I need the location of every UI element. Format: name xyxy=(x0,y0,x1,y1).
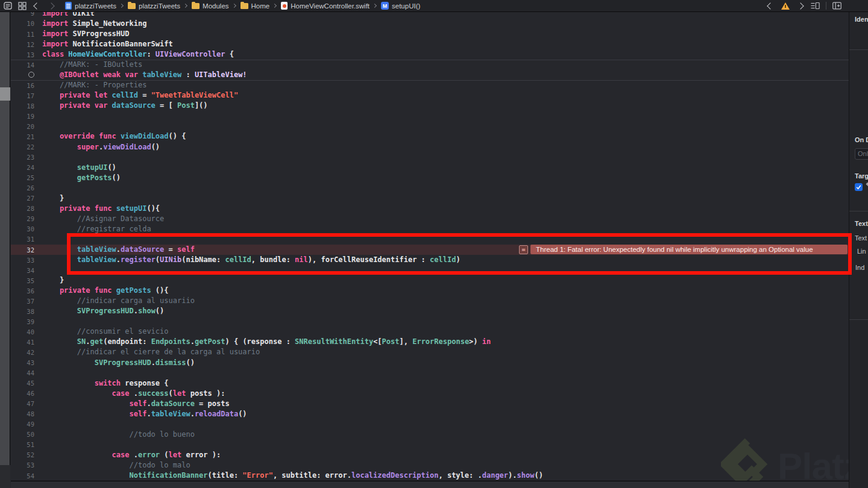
line-number[interactable]: 20 xyxy=(11,123,34,130)
code-line-44[interactable]: 44 xyxy=(11,368,849,378)
line-number[interactable]: 41 xyxy=(11,339,34,346)
line-number[interactable]: 27 xyxy=(11,195,34,202)
line-number[interactable]: 29 xyxy=(11,215,34,222)
code-line-40[interactable]: 40 //consumir el sevicio xyxy=(11,327,849,337)
breadcrumb-item-home[interactable]: Home xyxy=(241,2,270,10)
line-number[interactable]: 23 xyxy=(11,154,34,161)
line-number[interactable]: 13 xyxy=(11,51,34,58)
code-line-12[interactable]: 12import NotificationBannerSwift xyxy=(11,39,849,49)
breadcrumb-item-homeviewcontroller-swift[interactable]: HomeViewController.swift xyxy=(281,2,370,10)
line-number[interactable]: 14 xyxy=(11,61,34,69)
line-number[interactable]: 52 xyxy=(11,451,34,458)
line-number[interactable]: 43 xyxy=(11,359,34,366)
code-line-17[interactable]: 17 private let cellId = "TweetTableViewC… xyxy=(11,90,849,101)
line-number[interactable]: 17 xyxy=(11,92,34,99)
back-icon[interactable] xyxy=(32,1,41,10)
line-number[interactable]: 53 xyxy=(11,461,34,469)
code-line-42[interactable]: 42 //indicar el cierre de la carga al us… xyxy=(11,347,849,357)
tab-grid-icon[interactable] xyxy=(17,1,27,10)
code-line-21[interactable]: 21 override func viewDidLoad() { xyxy=(11,131,849,142)
code-line-41[interactable]: 41 SN.get(endpoint: Endpoints.getPost) {… xyxy=(11,337,849,347)
line-number[interactable]: 33 xyxy=(11,257,34,264)
outlet-connector[interactable] xyxy=(11,72,34,79)
code-line-20[interactable]: 20 xyxy=(11,121,849,131)
line-number[interactable]: 18 xyxy=(11,102,34,110)
code-line-26[interactable]: 26 xyxy=(11,183,849,193)
code-line-32[interactable]: 32 tableView.dataSource = self=Thread 1:… xyxy=(11,245,849,255)
focus-ribbon-thumb[interactable] xyxy=(0,87,10,101)
error-badge-icon[interactable]: = xyxy=(519,245,528,254)
line-number[interactable]: 35 xyxy=(11,277,34,284)
line-number[interactable]: 24 xyxy=(11,164,34,171)
line-number[interactable]: 51 xyxy=(11,441,34,448)
line-number[interactable]: 54 xyxy=(11,472,34,480)
line-number[interactable]: 25 xyxy=(11,174,34,181)
line-number[interactable]: 44 xyxy=(11,369,34,377)
line-number[interactable]: 22 xyxy=(11,143,34,151)
breadcrumb-item-platzzitweets[interactable]: platzziTweets xyxy=(128,2,180,10)
code-line-45[interactable]: 45 switch response { xyxy=(11,378,849,389)
code-line-33[interactable]: 33 tableView.register(UINib(nibName: cel… xyxy=(11,255,849,265)
code-line-10[interactable]: 10import Simple_Networking xyxy=(11,19,849,29)
code-line-35[interactable]: 35 } xyxy=(11,275,849,286)
line-number[interactable]: 48 xyxy=(11,410,34,418)
code-line-13[interactable]: 13class HomeViewController: UIViewContro… xyxy=(11,49,849,60)
breadcrumb-item-setupui--[interactable]: MsetupUI() xyxy=(381,2,420,10)
target-checkbox[interactable] xyxy=(855,183,863,191)
code-line-9[interactable]: 9import UIKit xyxy=(11,12,849,19)
line-number[interactable]: 37 xyxy=(11,298,34,305)
add-editor-icon[interactable] xyxy=(832,1,841,10)
on-demand-tags-field[interactable]: Only xyxy=(855,148,868,160)
line-number[interactable]: 30 xyxy=(11,225,34,233)
line-number[interactable]: 26 xyxy=(11,184,34,192)
line-number[interactable]: 47 xyxy=(11,400,34,407)
warning-icon[interactable] xyxy=(781,1,790,10)
line-number[interactable]: 9 xyxy=(11,12,34,17)
code-line-31[interactable]: 31 xyxy=(11,234,849,245)
code-line-36[interactable]: 36 private func getPosts (){ xyxy=(11,286,849,296)
code-line-47[interactable]: 47 self.dataSource = posts xyxy=(11,399,849,409)
code-line-27[interactable]: 27 } xyxy=(11,193,849,204)
line-number[interactable]: 11 xyxy=(11,31,34,38)
code-line-52[interactable]: 52 case .error (let error ): xyxy=(11,450,849,460)
code-line-53[interactable]: 53 //todo lo malo xyxy=(11,460,849,471)
line-number[interactable]: 10 xyxy=(11,20,34,27)
code-line-11[interactable]: 11import SVProgressHUD xyxy=(11,29,849,39)
editor-options-icon[interactable] xyxy=(811,1,820,10)
code-line-37[interactable]: 37 //indicar carga al usuariio xyxy=(11,296,849,306)
code-line-38[interactable]: 38 SVProgressHUD.show() xyxy=(11,306,849,316)
code-line-51[interactable]: 51 xyxy=(11,440,849,450)
code-line-34[interactable]: 34 xyxy=(11,265,849,275)
code-line-54[interactable]: 54 NotificationBanner(title: "Error", su… xyxy=(11,471,849,481)
code-line-48[interactable]: 48 self.tableView.reloadData() xyxy=(11,409,849,419)
line-number[interactable]: 40 xyxy=(11,328,34,336)
code-line-28[interactable]: 28 private func setupUI(){ xyxy=(11,204,849,214)
error-banner[interactable]: Thread 1: Fatal error: Unexpectedly foun… xyxy=(530,245,848,254)
line-number[interactable]: 45 xyxy=(11,380,34,387)
code-line-24[interactable]: 24 setupUI() xyxy=(11,163,849,173)
code-line-29[interactable]: 29 //Asignar Datasource xyxy=(11,214,849,224)
code-line-14[interactable]: 14 //MARK: - IBOutlets xyxy=(11,60,849,70)
code-line-50[interactable]: 50 //todo lo bueno xyxy=(11,430,849,440)
related-items-icon[interactable] xyxy=(3,1,12,10)
code-line-43[interactable]: 43 SVProgressHUD.dismiss() xyxy=(11,358,849,368)
line-number[interactable]: 50 xyxy=(11,431,34,438)
code-line-15[interactable]: @IBOutlet weak var tableView : UITableVi… xyxy=(11,70,849,80)
code-line-30[interactable]: 30 //registrar celda xyxy=(11,224,849,234)
code-line-22[interactable]: 22 super.viewDidLoad() xyxy=(11,142,849,152)
line-number[interactable]: 16 xyxy=(11,82,34,89)
breadcrumb-item-modules[interactable]: Modules xyxy=(192,2,228,10)
code-editor[interactable]: Platzi 9import UIKit10import Simple_Netw… xyxy=(11,12,849,488)
code-line-23[interactable]: 23 xyxy=(11,152,849,163)
line-number[interactable]: 49 xyxy=(11,421,34,428)
line-number[interactable]: 19 xyxy=(11,113,34,120)
line-number[interactable]: 28 xyxy=(11,205,34,212)
line-number[interactable]: 31 xyxy=(11,236,34,243)
line-number[interactable]: 21 xyxy=(11,133,34,140)
code-line-19[interactable]: 19 xyxy=(11,111,849,121)
line-number[interactable]: 34 xyxy=(11,267,34,274)
line-number[interactable]: 32 xyxy=(11,246,34,254)
line-number[interactable]: 46 xyxy=(11,390,34,397)
line-number[interactable]: 42 xyxy=(11,349,34,356)
issue-forward-icon[interactable] xyxy=(796,1,805,10)
